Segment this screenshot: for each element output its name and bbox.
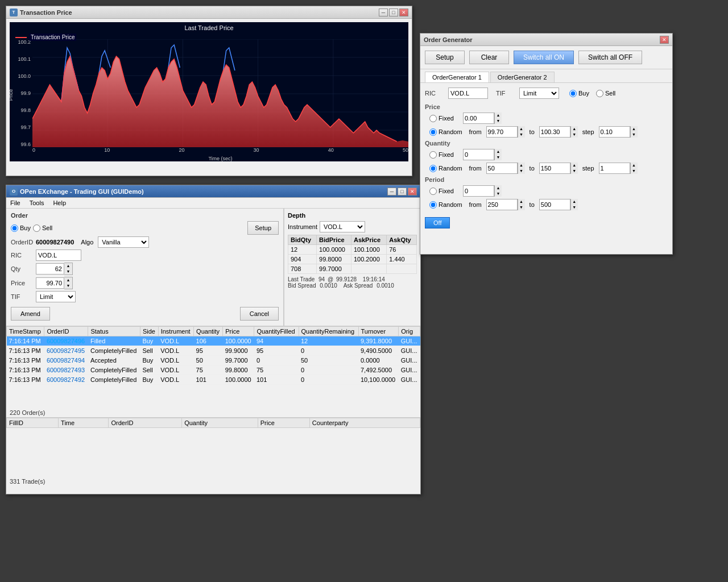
qty-fixed-arrows[interactable]: ▲ ▼ [494,149,502,160]
qty-step-spinner[interactable]: ▲ ▼ [599,163,638,174]
qty-fixed-radio-label[interactable]: Fixed [429,151,454,159]
qty-fixed-input[interactable] [463,149,494,160]
price-fixed-radio-label[interactable]: Fixed [429,115,454,122]
qty-spinner[interactable]: ▲ ▼ [36,263,73,275]
qty-down[interactable]: ▼ [64,269,72,275]
price-to-arrows[interactable]: ▲ ▼ [570,126,578,138]
period-random-radio[interactable] [429,201,437,209]
fills-table-scroll[interactable]: FillID Time OrderID Quantity Price Count… [6,418,420,477]
price-random-radio[interactable] [429,128,437,136]
period-fixed-input[interactable] [463,185,494,197]
period-to-input[interactable] [539,199,570,210]
qty-input[interactable] [36,263,64,275]
period-to-up[interactable]: ▲ [571,199,578,205]
price-step-down[interactable]: ▼ [631,132,638,138]
order-gen-close-button[interactable]: ✕ [660,36,669,44]
price-fixed-arrows[interactable]: ▲ ▼ [494,113,502,124]
period-from-down[interactable]: ▼ [518,205,525,210]
sell-radio[interactable] [33,225,40,232]
price-input[interactable] [36,277,64,289]
qty-from-spinner[interactable]: ▲ ▼ [486,163,525,174]
og-ric-input[interactable] [448,88,488,99]
og-switch-all-off-button[interactable]: Switch all OFF [578,51,642,64]
close-button[interactable]: ✕ [399,9,408,16]
qty-fixed-radio[interactable] [429,151,437,159]
qty-fixed-down[interactable]: ▼ [495,155,502,160]
period-fixed-arrows[interactable]: ▲ ▼ [494,185,502,197]
period-from-input[interactable] [486,199,518,210]
minimize-button[interactable]: ─ [379,9,388,16]
order-row[interactable]: 7:16:13 PM 60009827495 CompletelyFilled … [7,346,420,356]
price-fixed-down[interactable]: ▼ [495,118,502,124]
qty-from-up[interactable]: ▲ [518,163,525,168]
depth-scroll[interactable]: BidQty BidPrice AskPrice AskQty 12 100.0… [288,235,417,274]
og-sell-radio-label[interactable]: Sell [596,90,615,97]
buy-radio[interactable] [11,225,18,232]
amend-button[interactable]: Amend [11,307,50,321]
qty-from-arrows[interactable]: ▲ ▼ [518,163,525,174]
algo-select[interactable]: Vanilla [98,236,149,248]
order-row-highlight[interactable]: 7:16:14 PM 60009827496 Filled Buy VOD.L … [7,336,420,346]
price-from-up[interactable]: ▲ [518,126,525,132]
price-fixed-up[interactable]: ▲ [495,113,502,118]
qty-arrows[interactable]: ▲ ▼ [64,263,73,275]
price-step-arrows[interactable]: ▲ ▼ [630,126,638,138]
price-from-arrows[interactable]: ▲ ▼ [518,126,525,138]
period-to-arrows[interactable]: ▲ ▼ [570,199,578,210]
order-row[interactable]: 7:16:13 PM 60009827492 CompletelyFilled … [7,375,420,385]
trading-close-button[interactable]: ✕ [408,188,417,196]
trading-minimize-button[interactable]: ─ [387,188,396,196]
depth-instrument-select[interactable]: VOD.L [320,221,365,232]
qty-random-radio-label[interactable]: Random [429,165,462,172]
period-to-down[interactable]: ▼ [571,205,578,210]
menu-tools[interactable]: Tools [28,199,46,207]
og-clear-button[interactable]: Clear [469,51,509,64]
og-tab-2[interactable]: OrderGenerator 2 [490,72,555,82]
price-down[interactable]: ▼ [64,283,72,289]
og-tif-select[interactable]: Limit Market [519,88,559,99]
og-switch-all-on-button[interactable]: Switch all ON [514,51,574,64]
price-to-spinner[interactable]: ▲ ▼ [539,126,578,138]
qty-fixed-up[interactable]: ▲ [495,149,502,155]
qty-from-input[interactable] [486,163,518,174]
og-tab-1[interactable]: OrderGenerator 1 [425,72,489,82]
qty-random-radio[interactable] [429,165,437,172]
price-fixed-input[interactable] [463,113,494,124]
price-to-up[interactable]: ▲ [571,126,578,132]
menu-help[interactable]: Help [51,199,68,207]
tif-select[interactable]: Limit Market [36,291,76,302]
period-from-up[interactable]: ▲ [518,199,525,205]
price-to-down[interactable]: ▼ [571,132,578,138]
qty-to-arrows[interactable]: ▲ ▼ [570,163,578,174]
period-fixed-radio-label[interactable]: Fixed [429,188,454,195]
order-row[interactable]: 7:16:13 PM 60009827493 CompletelyFilled … [7,365,420,375]
qty-step-input[interactable] [599,163,630,174]
qty-step-up[interactable]: ▲ [631,163,638,168]
og-setup-button[interactable]: Setup [425,51,465,64]
qty-step-arrows[interactable]: ▲ ▼ [630,163,638,174]
og-sell-radio[interactable] [596,90,603,97]
trading-maximize-button[interactable]: □ [398,188,407,196]
period-random-radio-label[interactable]: Random [429,201,462,209]
menu-file[interactable]: File [9,199,22,207]
order-setup-button[interactable]: Setup [247,221,279,235]
period-fixed-radio[interactable] [429,188,437,195]
buy-radio-label[interactable]: Buy [11,225,31,232]
price-fixed-spinner[interactable]: ▲ ▼ [463,113,502,124]
qty-to-up[interactable]: ▲ [571,163,578,168]
order-row[interactable]: 7:16:13 PM 60009827494 Accepted Buy VOD.… [7,356,420,365]
orders-table-scroll[interactable]: TimeStamp OrderID Status Side Instrument… [6,326,420,408]
period-fixed-spinner[interactable]: ▲ ▼ [463,185,502,197]
off-button[interactable]: Off [425,217,450,228]
period-from-arrows[interactable]: ▲ ▼ [518,199,525,210]
price-random-radio-label[interactable]: Random [429,128,462,136]
qty-up[interactable]: ▲ [64,263,72,269]
period-from-spinner[interactable]: ▲ ▼ [486,199,525,210]
qty-from-down[interactable]: ▼ [518,168,525,174]
price-step-input[interactable] [599,126,630,138]
qty-to-spinner[interactable]: ▲ ▼ [539,163,578,174]
qty-to-input[interactable] [539,163,570,174]
og-buy-radio[interactable] [569,90,577,97]
qty-fixed-spinner[interactable]: ▲ ▼ [463,149,502,160]
price-from-spinner[interactable]: ▲ ▼ [486,126,525,138]
